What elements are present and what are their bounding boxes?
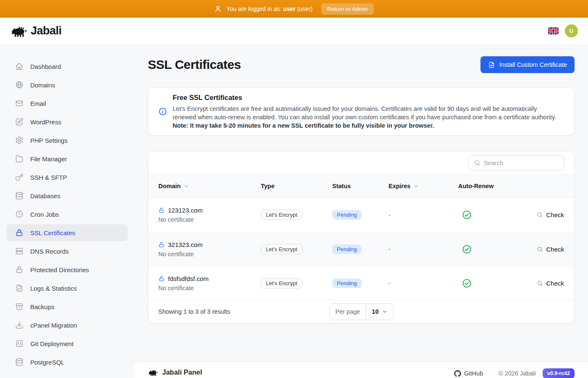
auto-renew-toggle[interactable] <box>458 210 518 220</box>
sidebar-item-wordpress[interactable]: WordPress <box>7 113 128 130</box>
auto-renew-toggle[interactable] <box>458 278 518 288</box>
sidebar-item-label: Protected Directories <box>30 266 89 273</box>
info-card: Free SSL Certificates Let's Encrypt cert… <box>148 87 575 136</box>
sidebar-item-label: Logs & Statistics <box>30 285 77 292</box>
table-row: fdsfsdfdsf.com No certificate Let's Encr… <box>148 266 574 300</box>
lock-open-icon <box>158 207 165 213</box>
check-action-button[interactable]: Check <box>537 246 564 253</box>
certificates-table-card: Domain Type Status Expires Auto-Renew 12… <box>148 151 575 323</box>
sidebar-item-cron-jobs[interactable]: Cron Jobs <box>7 206 128 223</box>
search-input[interactable] <box>484 160 559 166</box>
sidebar-item-label: Backups <box>30 303 55 310</box>
return-to-admin-button[interactable]: Return to Admin <box>321 3 374 15</box>
home-icon <box>15 62 24 71</box>
sidebar-item-git-deployment[interactable]: Git Deployment <box>7 335 128 352</box>
sidebar: Dashboard Domains Email WordPress PHP Se… <box>0 45 134 378</box>
user-icon <box>214 5 222 13</box>
server-icon <box>15 247 24 255</box>
expires-value: - <box>388 212 458 218</box>
column-header-expires[interactable]: Expires <box>388 183 458 189</box>
copyright-text: © 2026 Jabali <box>499 370 536 377</box>
search-box[interactable] <box>468 155 564 171</box>
domain-name: fdsfsdfdsf.com <box>168 275 209 282</box>
sidebar-item-label: SSH & SFTP <box>30 174 67 181</box>
info-note: Note: It may take 5-20 minutes for a new… <box>173 122 434 129</box>
sidebar-item-label: Cron Jobs <box>30 211 59 218</box>
clock-icon <box>15 210 24 218</box>
search-icon <box>474 160 480 166</box>
banner-text: You are logged in as: user (user) <box>226 5 312 12</box>
sidebar-item-ssh-sftp[interactable]: SSH & SFTP <box>7 169 128 186</box>
edit-icon <box>15 118 24 126</box>
info-icon <box>158 107 167 116</box>
sidebar-item-label: Databases <box>30 192 60 200</box>
table-header-row: Domain Type Status Expires Auto-Renew <box>148 174 574 198</box>
boar-logo-icon <box>10 25 27 37</box>
auto-renew-toggle[interactable] <box>458 244 518 254</box>
sidebar-item-label: cPanel Migration <box>30 322 77 329</box>
lock-open-icon <box>158 242 165 248</box>
expires-value: - <box>388 246 458 252</box>
sidebar-item-databases[interactable]: Databases <box>7 187 128 204</box>
brand-name: Jabali <box>31 24 62 37</box>
user-avatar[interactable]: U <box>565 24 578 37</box>
sidebar-item-dns-records[interactable]: DNS Records <box>7 243 128 260</box>
chevron-down-icon <box>183 183 189 189</box>
certificate-status-text: No certificate <box>158 285 261 291</box>
sidebar-item-ssl-certificates[interactable]: SSL Certificates <box>7 224 128 241</box>
type-badge: Let's Encrypt <box>261 244 302 255</box>
table-row: 123123.com No certificate Let's Encrypt … <box>148 198 574 232</box>
sidebar-item-php-settings[interactable]: PHP Settings <box>7 132 128 149</box>
folder-icon <box>15 155 24 163</box>
search-icon <box>537 246 543 252</box>
sidebar-item-label: Domains <box>30 81 55 89</box>
sidebar-item-cpanel-migration[interactable]: cPanel Migration <box>7 317 128 333</box>
page-footer: Jabali Panel GitHub · © 2026 Jabali v0.9… <box>134 362 588 378</box>
per-page-select[interactable]: Per page 10 <box>329 303 394 320</box>
per-page-value: 10 <box>372 308 378 315</box>
domain-cell: fdsfsdfdsf.com No certificate <box>158 275 261 291</box>
key-icon <box>15 173 24 181</box>
type-badge: Let's Encrypt <box>261 278 302 289</box>
domain-cell: 321323.com No certificate <box>158 241 261 257</box>
archive-icon <box>15 302 24 311</box>
sidebar-item-domains[interactable]: Domains <box>7 76 128 93</box>
sidebar-item-postgresql[interactable]: PostgreSQL <box>7 354 128 370</box>
impersonation-banner: You are logged in as: user (user) Return… <box>0 0 588 18</box>
github-link[interactable]: GitHub <box>454 370 483 377</box>
check-action-button[interactable]: Check <box>537 211 564 218</box>
database-icon <box>15 192 24 200</box>
sidebar-item-file-manager[interactable]: File Manager <box>7 150 128 167</box>
gear-icon <box>15 136 24 144</box>
check-circle-icon <box>462 278 472 288</box>
download-icon <box>15 321 24 329</box>
sidebar-item-label: Email <box>30 100 46 107</box>
sidebar-item-label: Git Deployment <box>30 340 74 347</box>
banner-username: user <box>283 5 296 12</box>
chevron-down-icon <box>382 309 388 315</box>
lock-icon <box>15 265 24 274</box>
globe-icon <box>15 81 24 89</box>
sidebar-item-dashboard[interactable]: Dashboard <box>7 58 128 75</box>
github-icon <box>454 370 461 377</box>
check-circle-icon <box>462 244 472 254</box>
language-flag-uk-icon[interactable] <box>548 27 559 34</box>
sidebar-item-backups[interactable]: Backups <box>7 298 128 315</box>
domain-name: 321323.com <box>168 241 203 248</box>
main-content: SSL Certificates Install Custom Certific… <box>134 45 588 323</box>
expires-value: - <box>388 280 458 286</box>
file-text-icon <box>15 284 24 292</box>
column-header-status: Status <box>332 183 388 189</box>
check-action-button[interactable]: Check <box>537 280 564 287</box>
table-footer: Showing 1 to 3 of 3 results Per page 10 <box>148 300 574 323</box>
install-custom-certificate-button[interactable]: Install Custom Certificate <box>480 56 575 73</box>
per-page-label: Per page <box>330 304 367 320</box>
sidebar-item-email[interactable]: Email <box>7 95 128 112</box>
lock-icon <box>15 228 24 237</box>
sidebar-item-logs-statistics[interactable]: Logs & Statistics <box>7 280 128 297</box>
brand-logo[interactable]: Jabali <box>10 24 62 37</box>
domain-name: 123123.com <box>168 207 203 214</box>
sidebar-item-protected-directories[interactable]: Protected Directories <box>7 261 128 278</box>
certificate-status-text: No certificate <box>158 216 261 223</box>
column-header-domain[interactable]: Domain <box>158 183 261 189</box>
